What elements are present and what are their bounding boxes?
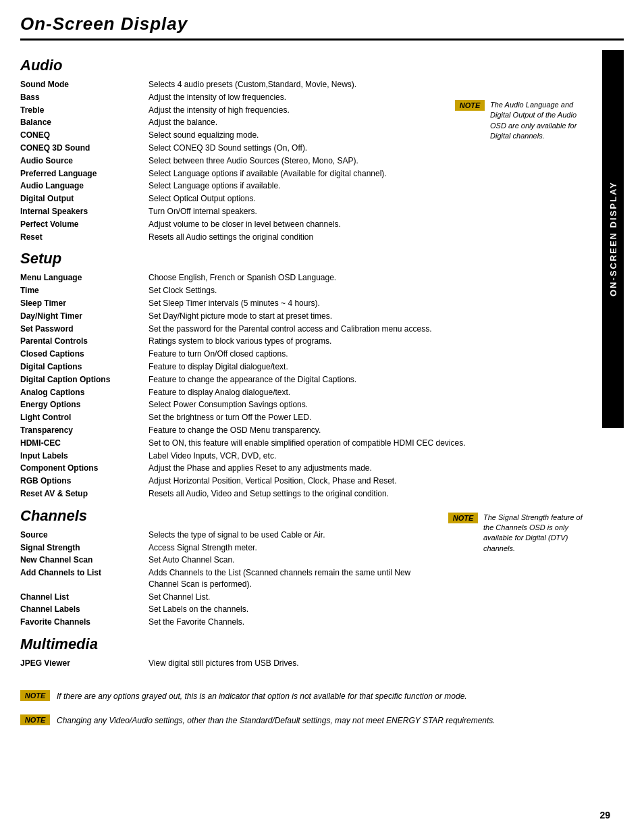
table-row: Input LabelsLabel Video Inputs, VCR, DVD… [20,450,617,463]
item-desc: Resets all Audio settings the original c… [149,231,439,244]
setup-section-title: Setup [20,250,617,267]
item-label: Add Channels to List [20,567,149,591]
item-label: Source [20,529,149,542]
item-label: New Channel Scan [20,554,149,567]
table-row: ResetResets all Audio settings the origi… [20,231,439,244]
item-desc: Adds Channels to the List (Scanned chann… [149,567,412,591]
table-row: Sleep TimerSet Sleep Timer intervals (5 … [20,297,617,310]
main-content: Audio Sound ModeSelects 4 audio presets … [20,50,624,727]
item-label: Treble [20,104,149,117]
item-desc: Select Optical Output options. [149,192,439,205]
table-row: TransparencyFeature to change the OSD Me… [20,424,617,437]
table-row: Signal StrengthAccess Signal Strength me… [20,542,412,554]
audio-note-text: The Audio Language and Digital Output of… [490,100,590,142]
item-label: Day/Night Timer [20,310,149,323]
setup-section: Setup Menu LanguageChoose English, Frenc… [20,250,617,500]
item-desc: Select Power Consumption Savings options… [149,398,617,411]
table-row: Favorite ChannelsSet the Favorite Channe… [20,616,412,629]
bottom-note-1-badge: NOTE [20,690,50,701]
item-desc: Set Clock Settings. [149,284,617,297]
item-label: Digital Caption Options [20,373,149,386]
item-label: Reset [20,231,149,244]
page-title: On-Screen Display [20,14,624,41]
table-row: Audio SourceSelect between three Audio S… [20,155,439,167]
channels-note: NOTE The Signal Strength feature of the … [448,513,590,554]
item-label: Energy Options [20,398,149,411]
item-desc: Adjust the balance. [149,116,439,129]
bottom-note-1: NOTE If there are any options grayed out… [20,690,617,702]
sidebar-tab: ON-SCREEN DISPLAY [602,50,624,428]
item-desc: Adjust the intensity of low frequencies. [149,91,439,104]
item-desc: Resets all Audio, Video and Setup settin… [149,488,617,500]
table-row: Preferred LanguageSelect Language option… [20,167,439,180]
item-desc: Feature to turn On/Off closed captions. [149,348,617,361]
table-row: Digital OutputSelect Optical Output opti… [20,192,439,205]
item-label: Time [20,284,149,297]
table-row: Analog CaptionsFeature to display Analog… [20,386,617,399]
bottom-notes: NOTE If there are any options grayed out… [20,690,617,727]
item-label: RGB Options [20,475,149,488]
item-label: Digital Captions [20,361,149,373]
item-label: Audio Language [20,180,149,192]
channels-table: SourceSelects the type of signal to be u… [20,529,412,629]
table-row: Sound ModeSelects 4 audio presets (Custo… [20,78,439,91]
audio-section: Audio Sound ModeSelects 4 audio presets … [20,57,617,243]
item-desc: Select CONEQ 3D Sound settings (On, Off)… [149,142,439,155]
item-label: Digital Output [20,192,149,205]
page-container: On-Screen Display Audio Sound ModeSelect… [0,0,644,834]
table-row: CONEQ 3D SoundSelect CONEQ 3D Sound sett… [20,142,439,155]
bottom-note-2-badge: NOTE [20,714,50,725]
item-desc: Select Language options if available. [149,180,439,192]
item-label: Component Options [20,462,149,475]
item-desc: Label Video Inputs, VCR, DVD, etc. [149,450,617,463]
item-desc: Set the password for the Parental contro… [149,323,617,336]
item-desc: Set the brightness or turn Off the Power… [149,411,617,424]
table-row: Reset AV & SetupResets all Audio, Video … [20,488,617,500]
item-label: Favorite Channels [20,616,149,629]
table-row: Menu LanguageChoose English, French or S… [20,271,617,284]
item-desc: Feature to display Analog dialogue/text. [149,386,617,399]
table-row: RGB OptionsAdjust Horizontal Position, V… [20,475,617,488]
item-label: Sound Mode [20,78,149,91]
item-desc: Adjust Horizontal Position, Vertical Pos… [149,475,617,488]
audio-note-area: NOTE The Audio Language and Digital Outp… [455,97,590,145]
item-label: HDMI-CEC [20,437,149,450]
item-desc: Adjust the intensity of high frequencies… [149,104,439,117]
table-row: Channel ListSet Channel List. [20,591,412,604]
item-desc: Access Signal Strength meter. [149,542,412,554]
item-label: Reset AV & Setup [20,488,149,500]
item-label: Analog Captions [20,386,149,399]
channels-note-badge: NOTE [448,513,478,523]
item-desc: Select Language options if available (Av… [149,167,439,180]
table-row: Set PasswordSet the password for the Par… [20,323,617,336]
item-desc: Selects 4 audio presets (Custom,Standard… [149,78,439,91]
table-row: Perfect VolumeAdjust volume to be closer… [20,218,439,231]
item-label: CONEQ 3D Sound [20,142,149,155]
multimedia-table: JPEG ViewerView digital still pictures f… [20,657,617,670]
item-desc: Feature to display Digital dialogue/text… [149,361,617,373]
item-label: Signal Strength [20,542,149,554]
item-label: Bass [20,91,149,104]
item-label: Perfect Volume [20,218,149,231]
item-label: CONEQ [20,129,149,142]
setup-table: Menu LanguageChoose English, French or S… [20,271,617,500]
table-row: TrebleAdjust the intensity of high frequ… [20,104,439,117]
item-label: Sleep Timer [20,297,149,310]
multimedia-section-title: Multimedia [20,635,617,653]
table-row: CONEQSelect sound equalizing mode. [20,129,439,142]
page-number: 29 [599,810,610,820]
table-row: Light ControlSet the brightness or turn … [20,411,617,424]
item-label: JPEG Viewer [20,657,149,670]
audio-section-title: Audio [20,57,617,74]
item-desc: Set Day/Night picture mode to start at p… [149,310,617,323]
table-row: Day/Night TimerSet Day/Night picture mod… [20,310,617,323]
item-label: Balance [20,116,149,129]
table-row: JPEG ViewerView digital still pictures f… [20,657,617,670]
bottom-note-1-text: If there are any options grayed out, thi… [57,690,467,702]
table-row: Energy OptionsSelect Power Consumption S… [20,398,617,411]
audio-note: NOTE The Audio Language and Digital Outp… [455,100,590,142]
item-desc: Adjust volume to be closer in level betw… [149,218,439,231]
table-row: Add Channels to ListAdds Channels to the… [20,567,412,591]
item-label: Input Labels [20,450,149,463]
item-desc: Selects the type of signal to be used Ca… [149,529,412,542]
